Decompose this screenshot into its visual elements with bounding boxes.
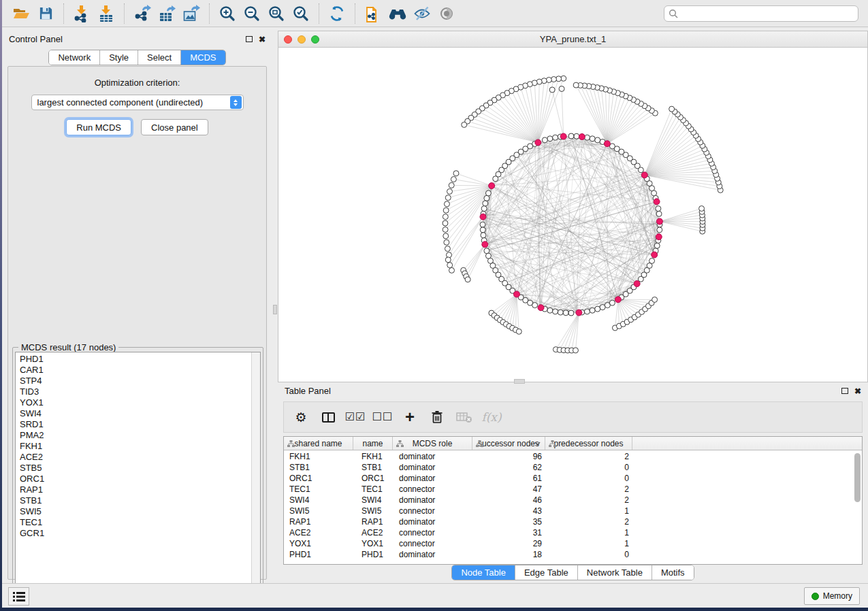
cell-mcds_role[interactable]: dominator [393, 474, 472, 483]
cell-name[interactable]: PHD1 [353, 550, 393, 559]
tab-network-table[interactable]: Network Table [578, 565, 652, 580]
satellite-node[interactable] [447, 188, 452, 194]
tab-node-table[interactable]: Node Table [452, 565, 515, 580]
ring-node[interactable] [483, 201, 488, 206]
column-header-predecessor-nodes[interactable]: predecessor nodes [545, 437, 632, 450]
first-neighbors-icon[interactable] [385, 3, 410, 24]
close-panel-button[interactable]: Close panel [141, 119, 208, 135]
search-input[interactable] [679, 7, 858, 20]
zoom-in-icon[interactable] [215, 3, 240, 24]
ring-node[interactable] [553, 135, 558, 140]
cell-name[interactable]: YOX1 [353, 539, 393, 548]
cell-successor_nodes[interactable]: 43 [472, 506, 545, 516]
cell-name[interactable]: TEC1 [353, 484, 393, 494]
table-row[interactable]: ACE2ACE2connector311 [284, 527, 862, 538]
cell-mcds_role[interactable]: dominator [393, 550, 472, 559]
ring-node[interactable] [558, 310, 563, 315]
cell-successor_nodes[interactable]: 29 [472, 539, 545, 548]
ring-node[interactable] [493, 176, 498, 182]
cell-predecessor_nodes[interactable]: 2 [545, 484, 632, 494]
cell-predecessor_nodes[interactable]: 0 [545, 463, 632, 472]
cell-mcds_role[interactable]: dominator [393, 463, 472, 472]
hide-selected-icon[interactable] [410, 3, 434, 24]
mcds-result-item[interactable]: SWI4 [16, 408, 251, 419]
import-table-icon[interactable] [94, 3, 118, 24]
ring-node[interactable] [590, 308, 595, 313]
open-session-icon[interactable] [9, 3, 33, 24]
table-row[interactable]: RAP1RAP1dominator352 [284, 516, 862, 527]
mcds-result-item[interactable]: PMA2 [16, 430, 251, 441]
cell-successor_nodes[interactable]: 96 [472, 452, 545, 461]
cell-successor_nodes[interactable]: 35 [472, 517, 545, 527]
mcds-hub-node[interactable] [482, 242, 488, 248]
cell-predecessor_nodes[interactable]: 1 [545, 539, 632, 548]
ring-node[interactable] [547, 136, 553, 142]
cell-mcds_role[interactable]: dominator [393, 452, 472, 461]
cell-name[interactable]: FKH1 [353, 452, 393, 461]
select-all-columns-icon[interactable]: ☑☑ [344, 406, 367, 429]
cell-shared_name[interactable]: SWI5 [284, 506, 353, 516]
mcds-hub-node[interactable] [654, 199, 660, 205]
column-header-name[interactable]: name [353, 437, 393, 450]
cell-successor_nodes[interactable]: 62 [472, 463, 545, 472]
new-network-from-selection-icon[interactable] [361, 3, 385, 24]
mcds-hub-node[interactable] [489, 183, 495, 189]
float-panel-icon[interactable] [246, 36, 253, 42]
cell-mcds_role[interactable]: connector [393, 528, 472, 538]
mcds-result-item[interactable]: PHD1 [16, 354, 251, 365]
tab-edge-table[interactable]: Edge Table [515, 565, 578, 580]
cell-predecessor_nodes[interactable]: 1 [545, 528, 632, 538]
zoom-selected-icon[interactable] [289, 3, 313, 24]
ring-node[interactable] [484, 195, 489, 201]
criterion-select[interactable]: largest connected component (undirected) [31, 95, 244, 110]
ring-node[interactable] [656, 206, 661, 212]
ring-node[interactable] [542, 137, 547, 143]
run-mcds-button[interactable]: Run MCDS [66, 119, 131, 135]
ring-node[interactable] [568, 310, 574, 316]
add-column-icon[interactable]: + [398, 406, 421, 429]
satellite-node[interactable] [445, 246, 450, 252]
memory-button[interactable]: Memory [804, 587, 860, 605]
ring-node[interactable] [595, 306, 600, 312]
network-graph[interactable] [278, 48, 867, 382]
cell-predecessor_nodes[interactable]: 2 [545, 495, 632, 505]
cell-name[interactable]: SWI4 [353, 495, 393, 505]
float-table-panel-icon[interactable] [841, 388, 848, 394]
mcds-result-item[interactable]: TEC1 [16, 517, 251, 528]
cell-name[interactable]: ORC1 [353, 474, 393, 483]
import-network-icon[interactable] [69, 3, 94, 24]
satellite-node[interactable] [445, 195, 451, 201]
satellite-node[interactable] [573, 82, 579, 88]
satellite-node[interactable] [449, 182, 454, 188]
mcds-hub-node[interactable] [656, 234, 662, 240]
satellite-node[interactable] [445, 257, 451, 263]
ring-node[interactable] [484, 248, 489, 254]
zoom-fit-icon[interactable] [264, 3, 289, 24]
column-header-successor-nodes[interactable]: successor nodes [472, 437, 545, 450]
cell-name[interactable]: ACE2 [353, 528, 393, 538]
delete-column-trash-icon[interactable] [425, 406, 449, 429]
tab-motifs[interactable]: Motifs [652, 565, 694, 580]
mcds-result-item[interactable]: ORC1 [16, 474, 251, 484]
show-columns-icon[interactable] [317, 406, 340, 429]
table-row[interactable]: YOX1YOX1connector291 [284, 538, 862, 549]
ring-node[interactable] [532, 303, 538, 308]
table-row[interactable]: PHD1PHD1dominator180 [284, 549, 862, 560]
cell-shared_name[interactable]: SWI4 [284, 495, 353, 505]
cell-successor_nodes[interactable]: 18 [472, 550, 545, 559]
cell-shared_name[interactable]: STB1 [284, 463, 353, 472]
cell-name[interactable]: RAP1 [353, 517, 393, 527]
cell-successor_nodes[interactable]: 47 [472, 484, 545, 494]
network-canvas[interactable] [278, 48, 867, 382]
export-table-icon[interactable] [155, 3, 179, 24]
mcds-hub-node[interactable] [641, 172, 647, 178]
satellite-node[interactable] [573, 348, 578, 353]
mcds-hub-node[interactable] [576, 310, 582, 316]
apply-layout-refresh-icon[interactable] [325, 3, 349, 24]
satellite-node[interactable] [465, 277, 470, 282]
cell-name[interactable]: STB1 [353, 463, 393, 472]
cell-shared_name[interactable]: ACE2 [284, 528, 353, 538]
mcds-hub-node[interactable] [535, 139, 541, 146]
cell-name[interactable]: SWI5 [353, 506, 393, 516]
ring-node[interactable] [553, 309, 558, 314]
